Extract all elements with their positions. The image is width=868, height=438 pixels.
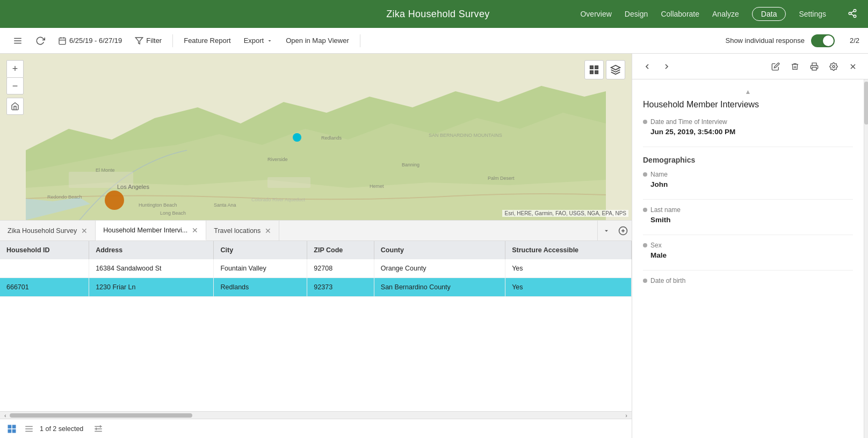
col-accessible[interactable]: Structure Accessible [505,241,632,259]
name-field: Name John [643,171,853,188]
bottom-bar: 1 of 2 selected [0,419,632,438]
map-marker-orange[interactable] [105,191,124,210]
show-individual-toggle[interactable] [811,34,835,47]
basemap-button[interactable] [584,60,604,79]
dob-label: Date of birth [643,277,853,284]
edit-button[interactable] [767,58,784,75]
table-options-icon[interactable] [92,422,105,435]
scroll-right-arrow[interactable]: › [623,412,630,419]
svg-rect-37 [595,66,598,69]
menu-button[interactable] [9,34,27,48]
name-value: John [650,180,853,188]
svg-rect-18 [267,177,310,188]
nav-collaborate[interactable]: Collaborate [661,10,699,18]
svg-text:Riverside: Riverside [267,157,288,162]
cell-accessible-2: Yes [505,278,632,297]
table-row[interactable]: 666701 1230 Friar Ln Redlands 92373 San … [0,278,632,297]
svg-text:Santa Ana: Santa Ana [214,202,236,208]
tab-household-member[interactable]: Household Member Intervi... ✕ [96,221,206,240]
svg-line-3 [851,14,853,16]
data-table-container[interactable]: Household ID Address City ZIP Code Count… [0,241,632,411]
tab-bar: Zika Household Survey ✕ Household Member… [0,221,632,241]
nav-next-button[interactable] [658,58,675,75]
svg-text:Colorado River Aqueduct: Colorado River Aqueduct [251,197,306,202]
tab-zika-survey[interactable]: Zika Household Survey ✕ [0,221,96,240]
show-individual-label: Show individual response [725,36,804,45]
right-panel-scrollbar[interactable] [864,79,868,438]
col-address[interactable]: Address [89,241,214,259]
right-panel-content: ▲ Household Member Interviews Date and T… [632,79,864,438]
date-time-value: Jun 25, 2019, 3:54:00 PM [650,128,853,136]
settings-button[interactable] [825,58,842,75]
sex-field: Sex Male [643,242,853,259]
nav-analyze[interactable]: Analyze [712,10,739,18]
svg-rect-45 [13,425,16,428]
divider-3 [643,235,853,235]
tab-dropdown-button[interactable] [597,221,614,240]
horizontal-scrollbar[interactable]: ‹ › [0,411,632,419]
map-container[interactable]: Los Angeles Redlands Anaheim Riverside L… [0,54,632,220]
scroll-left-arrow[interactable]: ‹ [2,412,9,419]
layers-button[interactable] [606,60,625,79]
svg-text:Banning: Banning [402,162,419,167]
delete-button[interactable] [786,58,804,75]
home-extent-button[interactable] [6,98,24,115]
feature-report-button[interactable]: Feature Report [179,34,235,47]
grid-view-icon[interactable] [5,422,18,435]
nav-links: Overview Design Collaborate Analyze Data… [580,7,857,21]
zoom-in-button[interactable]: + [6,60,24,77]
cell-city-2: Redlands [214,278,307,297]
export-button[interactable]: Export [240,34,278,47]
open-map-label: Open in Map Viewer [286,36,349,45]
separator-2 [360,34,360,47]
cell-county-1: Orange County [374,259,505,278]
col-county[interactable]: County [374,241,505,259]
nav-overview[interactable]: Overview [580,10,611,18]
nav-design[interactable]: Design [625,10,648,18]
svg-marker-40 [611,65,620,70]
toolbar: 6/25/19 - 6/27/19 Filter Feature Report … [0,28,868,54]
svg-point-1 [849,12,851,14]
cell-id-1 [0,259,89,278]
cell-city-1: Fountain Valley [214,259,307,278]
svg-text:Palm Desert: Palm Desert [488,176,515,181]
zoom-out-button[interactable]: − [6,77,24,94]
app-title: Zika Household Survey [295,9,580,20]
col-household-id[interactable]: Household ID [0,241,89,259]
cell-county-2: San Bernardino County [374,278,505,297]
col-zip[interactable]: ZIP Code [307,241,374,259]
tab-zika-close-icon[interactable]: ✕ [81,227,88,235]
scroll-up-indicator: ▲ [643,88,853,96]
nav-prev-button[interactable] [639,58,656,75]
print-button[interactable] [806,58,823,75]
svg-marker-12 [136,38,143,44]
tab-travel-locations[interactable]: Travel locations ✕ [206,221,279,240]
svg-line-4 [851,11,853,12]
svg-rect-39 [595,71,598,74]
tabs-area: Zika Household Survey ✕ Household Member… [0,220,632,438]
share-icon[interactable] [848,9,857,20]
list-view-icon[interactable] [23,422,35,435]
feature-report-label: Feature Report [184,36,230,45]
open-map-viewer-button[interactable]: Open in Map Viewer [281,34,353,47]
top-navigation: Zika Household Survey Overview Design Co… [0,0,868,28]
tab-household-close-icon[interactable]: ✕ [192,227,198,234]
table-row[interactable]: 16384 Sandalwood St Fountain Valley 9270… [0,259,632,278]
svg-rect-56 [812,67,816,70]
map-marker-teal[interactable] [293,133,301,142]
close-panel-button[interactable] [844,58,862,75]
col-city[interactable]: City [214,241,307,259]
nav-data[interactable]: Data [752,7,786,21]
svg-point-57 [833,65,835,68]
scrollbar-thumb[interactable] [10,413,192,418]
divider-4 [643,270,853,271]
tab-travel-close-icon[interactable]: ✕ [265,227,271,235]
refresh-button[interactable] [31,34,49,48]
nav-settings[interactable]: Settings [799,10,826,18]
add-tab-button[interactable] [614,221,632,241]
table-header-row: Household ID Address City ZIP Code Count… [0,241,632,259]
svg-rect-8 [59,38,66,44]
date-range-button[interactable]: 6/25/19 - 6/27/19 [54,34,126,47]
filter-button[interactable]: Filter [131,34,166,47]
svg-text:Hemet: Hemet [370,184,384,189]
